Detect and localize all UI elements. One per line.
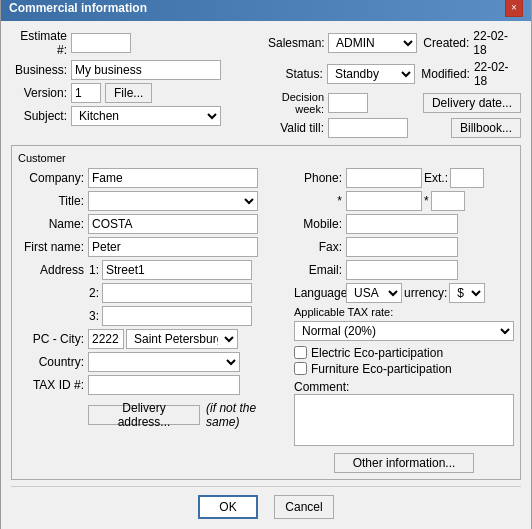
address1-input[interactable] [102,260,252,280]
address1-row: Address 1: [18,260,286,280]
title-select[interactable] [88,191,258,211]
ok-button[interactable]: OK [198,495,258,519]
comment-textarea[interactable] [294,394,514,446]
file-button[interactable]: File... [105,83,152,103]
version-label: Version: [11,86,71,100]
phone2-row: * * [294,191,514,211]
top-left: Estimate #: Business: Version: File... S… [11,29,264,141]
address2-num: 2: [88,286,102,300]
version-row: Version: File... [11,83,264,103]
address2-input[interactable] [102,283,252,303]
ext2-bullet: * [424,194,429,208]
customer-left: Company: Title: Name: First nam [18,168,286,473]
company-input[interactable] [88,168,258,188]
taxid-row: TAX ID #: [18,375,286,395]
company-row: Company: [18,168,286,188]
phone2-bullet: * [294,194,346,208]
phone-label: Phone: [294,171,346,185]
address-label: Address [18,263,88,277]
business-row: Business: [11,60,264,80]
currency-select[interactable]: $ [449,283,485,303]
mobile-input[interactable] [346,214,458,234]
email-input[interactable] [346,260,458,280]
tax-select[interactable]: Normal (20%) [294,321,514,341]
modified-label: Modified: [421,67,470,81]
taxid-label: TAX ID #: [18,378,88,392]
furniture-label: Furniture Eco-participation [311,362,452,376]
salesman-label: Salesman: [268,36,328,50]
estimate-label: Estimate #: [11,29,71,57]
delivery-note: (if not the same) [206,401,286,429]
taxid-input[interactable] [88,375,240,395]
other-info-row: Other information... [294,453,514,473]
status-row: Status: Standby Modified: 22-02-18 [268,60,521,88]
electric-checkbox[interactable] [294,346,307,359]
tax-label: Applicable TAX rate: [294,306,393,318]
language-label: Language: [294,286,346,300]
status-select[interactable]: Standby [327,64,415,84]
ext2-input[interactable] [431,191,465,211]
fax-row: Fax: [294,237,514,257]
firstname-label: First name: [18,240,88,254]
modified-value: 22-02-18 [474,60,521,88]
firstname-input[interactable] [88,237,258,257]
close-button[interactable]: × [505,0,523,17]
name-label: Name: [18,217,88,231]
address2-row: 2: [18,283,286,303]
decision-row: Decision week: Delivery date... [268,91,521,115]
email-label: Email: [294,263,346,277]
currency-label: urrency: [404,286,447,300]
address3-num: 3: [88,309,102,323]
fax-input[interactable] [346,237,458,257]
language-row: Language: USA urrency: $ [294,283,514,303]
estimate-input[interactable] [71,33,131,53]
pc-input[interactable] [88,329,124,349]
address3-input[interactable] [102,306,252,326]
delivery-date-button[interactable]: Delivery date... [423,93,521,113]
created-label: Created: [423,36,469,50]
pc-label: PC - City: [18,332,88,346]
customer-right: Phone: Ext.: * * Mobile: [294,168,514,473]
valid-label: Valid till: [268,121,328,135]
other-info-button[interactable]: Other information... [334,453,474,473]
phone-input[interactable] [346,168,422,188]
email-row: Email: [294,260,514,280]
country-row: Country: [18,352,286,372]
subject-label: Subject: [11,109,71,123]
electric-label: Electric Eco-participation [311,346,443,360]
valid-row: Valid till: Billbook... [268,118,521,138]
ext-input[interactable] [450,168,484,188]
company-label: Company: [18,171,88,185]
city-select[interactable]: Saint Petersburg [126,329,238,349]
name-row: Name: [18,214,286,234]
cancel-button[interactable]: Cancel [274,495,334,519]
delivery-row: Delivery address... (if not the same) [18,401,286,429]
subject-select[interactable]: Kitchen [71,106,221,126]
decision-input[interactable] [328,93,368,113]
valid-input[interactable] [328,118,408,138]
phone-row: Phone: Ext.: [294,168,514,188]
business-input[interactable] [71,60,221,80]
delivery-address-button[interactable]: Delivery address... [88,405,200,425]
pc-row: PC - City: Saint Petersburg [18,329,286,349]
mobile-row: Mobile: [294,214,514,234]
created-value: 22-02-18 [473,29,521,57]
title-bar: Commercial information × [1,0,531,21]
ext-label: Ext.: [424,171,448,185]
furniture-row: Furniture Eco-participation [294,362,514,376]
address3-row: 3: [18,306,286,326]
customer-title: Customer [18,152,514,164]
language-select[interactable]: USA [346,283,402,303]
furniture-checkbox[interactable] [294,362,307,375]
country-select[interactable] [88,352,240,372]
fax-label: Fax: [294,240,346,254]
tax-select-row: Normal (20%) [294,321,514,343]
salesman-select[interactable]: ADMIN [328,33,417,53]
top-right: Salesman: ADMIN Created: 22-02-18 Status… [268,29,521,141]
dialog-body: Estimate #: Business: Version: File... S… [1,21,531,530]
phone2-input[interactable] [346,191,422,211]
name-input[interactable] [88,214,258,234]
version-input[interactable] [71,83,101,103]
billbook-button[interactable]: Billbook... [451,118,521,138]
title-row: Title: [18,191,286,211]
